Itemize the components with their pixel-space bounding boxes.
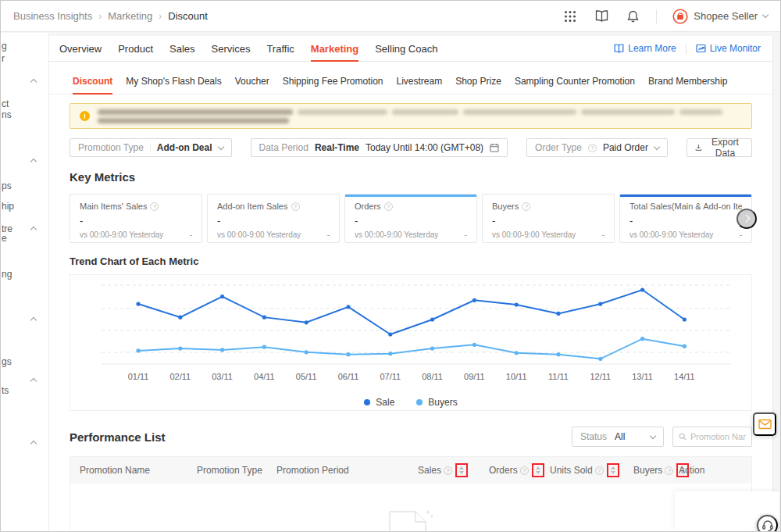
sidebar-item-fragment[interactable]: ns xyxy=(2,109,12,120)
metric-card-label-row: Buyers? xyxy=(492,202,604,211)
apps-grid-icon[interactable] xyxy=(562,9,578,24)
subtab-voucher[interactable]: Voucher xyxy=(235,68,269,94)
empty-document-icon xyxy=(385,507,437,531)
data-point xyxy=(262,345,266,349)
topbar-actions: Shopee Seller xyxy=(562,9,768,24)
x-axis-label: 11/11 xyxy=(548,372,569,381)
breadcrumb-business-insights[interactable]: Business Insights xyxy=(13,10,92,22)
learn-more-link[interactable]: Learn More xyxy=(614,43,676,54)
tab-overview[interactable]: Overview xyxy=(59,36,102,61)
data-point xyxy=(473,298,476,302)
tabbar-actions: Learn More Live Monitor xyxy=(614,43,761,54)
chevron-down-icon xyxy=(650,432,656,438)
subtab-discount[interactable]: Discount xyxy=(73,68,112,94)
tab-selling-coach[interactable]: Selling Coach xyxy=(375,36,437,61)
info-icon[interactable]: ? xyxy=(384,202,393,211)
metric-card-main-items-sales[interactable]: Main Items' Sales?-vs 00:00-9:00 Yesterd… xyxy=(70,194,202,243)
chevron-down-icon xyxy=(654,143,660,149)
sidebar-collapse-chevron-icon[interactable] xyxy=(30,441,37,447)
metric-card-compare: vs 00:00-9:00 Yesterday xyxy=(492,230,576,239)
sort-icon[interactable] xyxy=(611,466,615,474)
metric-card-orders[interactable]: Orders?-vs 00:00-9:00 Yesterday- xyxy=(344,194,477,243)
guide-book-icon[interactable] xyxy=(594,9,609,24)
tab-label: Marketing xyxy=(311,43,358,55)
subtab-shop-prize[interactable]: Shop Prize xyxy=(455,68,501,94)
shopee-avatar xyxy=(672,9,688,24)
sidebar-item-fragment[interactable]: r xyxy=(2,53,5,64)
sidebar-collapse-chevron-icon[interactable] xyxy=(30,227,37,233)
info-icon[interactable]: ? xyxy=(595,466,604,475)
tab-sales[interactable]: Sales xyxy=(169,36,195,61)
data-point xyxy=(178,316,182,320)
topbar: Business Insights › Marketing › Discount… xyxy=(1,1,780,32)
info-icon[interactable]: ? xyxy=(444,466,452,475)
tab-services[interactable]: Services xyxy=(212,36,251,61)
sidebar-collapse-chevron-icon[interactable] xyxy=(30,378,37,384)
legend-item-buyers[interactable]: Buyers xyxy=(416,397,457,408)
sidebar-item-fragment[interactable]: ts xyxy=(2,385,9,396)
tab-marketing[interactable]: Marketing xyxy=(311,36,358,61)
promotion-type-select[interactable]: Promotion Type Add-on Deal xyxy=(70,138,232,157)
subtab-sampling-counter-promotion[interactable]: Sampling Counter Promotion xyxy=(515,68,635,94)
account-menu[interactable]: Shopee Seller xyxy=(672,9,768,24)
sidebar-item-fragment[interactable]: ct xyxy=(2,98,9,109)
key-metrics-title: Key Metrics xyxy=(70,170,752,184)
info-icon[interactable]: ? xyxy=(150,202,159,211)
sidebar-item-fragment[interactable]: e xyxy=(2,233,7,244)
live-monitor-link[interactable]: Live Monitor xyxy=(696,43,761,54)
sort-highlight-annotation xyxy=(532,463,544,477)
subtab-my-shop-s-flash-deals[interactable]: My Shop's Flash Deals xyxy=(126,68,221,94)
cards-next-button[interactable] xyxy=(736,209,757,229)
column-label: Promotion Name xyxy=(80,465,150,476)
sidebar-item-fragment[interactable]: gs xyxy=(2,356,12,367)
sidebar-item-fragment[interactable]: ng xyxy=(2,269,12,280)
mail-floating-button[interactable] xyxy=(753,412,776,436)
sidebar-item-fragment[interactable]: g xyxy=(2,41,7,52)
data-period-picker[interactable]: Data Period Real-Time Today Until 14:00 … xyxy=(251,138,508,157)
legend-item-sale[interactable]: Sale xyxy=(364,397,394,408)
info-icon[interactable]: ? xyxy=(588,144,597,152)
data-point xyxy=(136,348,140,352)
chat-floating-button[interactable] xyxy=(757,515,778,532)
data-point xyxy=(430,346,434,350)
promotion-name-search-input[interactable] xyxy=(690,432,746,441)
sort-icon[interactable] xyxy=(536,466,540,474)
chart-legend: SaleBuyers xyxy=(70,391,751,414)
subtab-livestream[interactable]: Livestream xyxy=(396,68,442,94)
chat-headset-icon xyxy=(761,520,774,532)
sidebar-collapse-chevron-icon[interactable] xyxy=(30,317,37,323)
info-icon[interactable]: ? xyxy=(520,466,529,475)
table-header-row: Promotion NamePromotion TypePromotion Pe… xyxy=(70,457,751,484)
sidebar-item-fragment[interactable]: ps xyxy=(2,180,12,191)
sidebar-collapse-chevron-icon[interactable] xyxy=(30,79,37,85)
x-axis-label: 13/11 xyxy=(632,372,653,381)
sort-icon[interactable] xyxy=(459,466,464,474)
info-icon[interactable]: ? xyxy=(522,202,530,211)
marketing-subtabs: DiscountMy Shop's Flash DealsVoucherShip… xyxy=(49,68,772,95)
info-icon[interactable]: ? xyxy=(665,466,673,475)
metric-card-compare: vs 00:00-9:00 Yesterday xyxy=(355,230,438,239)
metric-card-buyers[interactable]: Buyers?-vs 00:00-9:00 Yesterday- xyxy=(482,194,615,243)
export-data-button[interactable]: Export Data xyxy=(686,138,752,157)
column-label: Sales xyxy=(418,465,441,476)
sidebar-collapse-chevron-icon[interactable] xyxy=(30,159,37,165)
status-filter-select[interactable]: Status All xyxy=(572,427,664,447)
subtab-shipping-fee-promotion[interactable]: Shipping Fee Promotion xyxy=(283,68,383,94)
metric-card-footer: vs 00:00-9:00 Yesterday- xyxy=(492,230,604,239)
bell-icon[interactable] xyxy=(625,9,640,24)
subtab-label: Discount xyxy=(73,76,112,87)
main-content: OverviewProductSalesServicesTrafficMarke… xyxy=(49,36,773,531)
performance-list-title: Performance List xyxy=(70,430,166,444)
info-icon[interactable]: ? xyxy=(291,202,300,211)
sidebar-item-fragment[interactable]: hip xyxy=(2,201,14,212)
insights-tabbar: OverviewProductSalesServicesTrafficMarke… xyxy=(49,36,772,62)
metric-card-add-on-item-sales[interactable]: Add-on Item Sales?-vs 00:00-9:00 Yesterd… xyxy=(207,194,340,243)
order-type-select[interactable]: Order Type ? Paid Order xyxy=(526,138,668,157)
column-label: Units Sold xyxy=(550,465,593,476)
metric-card-total-sales-main-add-on-items[interactable]: Total Sales(Main & Add-on Items)?-vs 00:… xyxy=(619,194,752,243)
subtab-brand-membership[interactable]: Brand Membership xyxy=(648,68,727,94)
breadcrumb-marketing[interactable]: Marketing xyxy=(108,10,152,22)
breadcrumb-separator: › xyxy=(98,11,102,22)
tab-product[interactable]: Product xyxy=(118,36,153,61)
tab-traffic[interactable]: Traffic xyxy=(266,36,294,61)
